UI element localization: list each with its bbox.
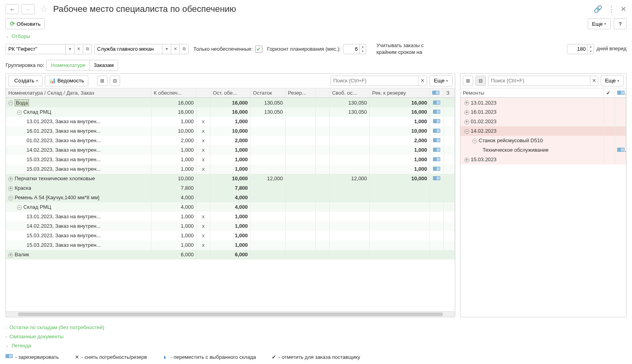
filters-toggle[interactable]: ⌄ Отборы [0, 32, 632, 41]
table-row[interactable]: +Валик 6,000 6,000 [6, 250, 455, 259]
close-icon[interactable]: ✕ [621, 5, 626, 13]
table-row[interactable]: +01.02.2023 [460, 117, 626, 126]
dept-combo[interactable]: ▾ ✕ ⧉ [94, 44, 189, 54]
dept-input[interactable] [95, 44, 162, 54]
plus-icon[interactable]: + [464, 158, 469, 162]
table-row[interactable]: Техническое обслуживание [460, 145, 626, 155]
horizontal-scrollbar[interactable] [6, 311, 455, 317]
table-row[interactable]: 13.01.2023, Заказ на внутрен... 1,000 x … [6, 117, 455, 126]
collapse-all-icon[interactable]: ⊟ [475, 76, 486, 86]
clear-search-icon[interactable]: ✕ [418, 76, 427, 86]
search-input[interactable] [331, 76, 418, 86]
left-more-button[interactable]: Еще [430, 75, 453, 86]
table-row[interactable]: −14.02.2023 [460, 126, 626, 136]
page-title: Рабочее место специалиста по обеспечению [53, 4, 591, 14]
repairs-table[interactable]: Ремонты ✔ +13.01.2023 +16.01.2023 +01.02… [460, 88, 626, 164]
table-row[interactable]: +Перчатки технические хлопковые 10,000 1… [6, 174, 455, 183]
plus-icon[interactable]: + [8, 253, 13, 257]
horizon-input[interactable] [344, 44, 359, 54]
dropdown-icon[interactable]: ▾ [162, 44, 171, 54]
table-row[interactable]: −Станок рейсмусовый D510 [460, 136, 626, 145]
minus-icon[interactable]: − [472, 139, 477, 143]
table-row[interactable]: +Краска 7,800 7,800 [6, 183, 455, 193]
menu-icon[interactable]: ⋮ [608, 5, 615, 13]
stock-section-toggle[interactable]: › Остатки по складам (без потребностей) [6, 323, 626, 332]
left-panel: Создать 📊 Ведомость ⊞ ⊟ ✕ Еще [6, 73, 455, 317]
more-button[interactable]: Еще [588, 18, 611, 29]
table-row[interactable]: −Ремень A 54 [Каучук,1400 мм*8 мм] 4,000… [6, 193, 455, 202]
docs-section-toggle[interactable]: › Связанные документы [6, 332, 626, 341]
spin-up-icon[interactable]: ▲ [588, 44, 594, 49]
table-row[interactable]: 01.02.2023, Заказ на внутрен... 2,000 x … [6, 136, 455, 145]
days-spinner[interactable]: ▲▼ [567, 44, 594, 54]
plus-icon[interactable]: + [464, 120, 469, 124]
refresh-button[interactable]: ⟳ Обновить [6, 18, 45, 29]
minus-icon[interactable]: − [17, 110, 22, 115]
table-row[interactable]: −Склад РМЦ 4,000 4,000 [6, 202, 455, 212]
expand-all-icon[interactable]: ⊞ [97, 76, 107, 86]
group-segment[interactable]: Номенклатуре Заказам [46, 60, 118, 71]
table-row[interactable]: 15.03.2023, Заказ на внутрен... 1,000 x … [6, 240, 455, 250]
plus-icon[interactable]: + [8, 177, 13, 181]
horizon-spinner[interactable]: ▲▼ [343, 44, 366, 54]
spin-down-icon[interactable]: ▼ [588, 49, 594, 54]
table-row[interactable]: +16.01.2023 [460, 107, 626, 117]
group-by-orders[interactable]: Заказам [90, 60, 118, 71]
table-row[interactable]: 14.02.2023, Заказ на внутрен... 1,000 x … [6, 221, 455, 231]
spin-down-icon[interactable]: ▼ [360, 49, 366, 54]
move-icon: ⏵ [163, 354, 168, 360]
clear-icon[interactable]: ✕ [171, 44, 179, 54]
collapse-all-icon[interactable]: ⊟ [110, 76, 120, 86]
refresh-icon: ⟳ [10, 20, 15, 27]
company-input[interactable] [6, 44, 65, 54]
table-row[interactable]: 15.03.2023, Заказ на внутрен... 1,000 x … [6, 155, 455, 164]
plus-icon[interactable]: + [464, 110, 469, 115]
days-input[interactable] [567, 44, 587, 54]
table-row[interactable]: −Вода 16,000 16,000 130,050 130,050 16,0… [6, 98, 455, 107]
expand-all-icon[interactable]: ⊞ [463, 76, 473, 86]
plus-icon[interactable]: + [464, 101, 469, 105]
table-row[interactable]: 16.01.2023, Заказ на внутрен... 10,000 x… [6, 126, 455, 136]
minus-icon[interactable]: − [17, 205, 22, 210]
table-row[interactable]: −Склад РМЦ 16,000 16,000 130,050 130,050… [6, 107, 455, 117]
search-input[interactable] [489, 76, 590, 86]
right-more-button[interactable]: Еще [601, 75, 624, 86]
link-icon[interactable]: 🔗 [594, 5, 602, 13]
reserve-icon [6, 354, 13, 358]
back-button[interactable]: ← [6, 4, 19, 14]
company-combo[interactable]: ▾ ✕ ⧉ [6, 44, 92, 54]
create-button[interactable]: Создать [8, 75, 42, 86]
minus-icon[interactable]: − [8, 101, 13, 105]
help-button[interactable]: ? [614, 18, 626, 29]
spin-up-icon[interactable]: ▲ [360, 44, 366, 49]
horizon-label: Горизонт планирования (мес.): [267, 46, 341, 52]
left-search[interactable]: ✕ [330, 76, 427, 86]
open-icon[interactable]: ⧉ [83, 44, 92, 54]
minus-icon[interactable]: − [464, 129, 469, 134]
favorite-icon[interactable]: ☆ [39, 4, 49, 14]
chevron-right-icon: › [6, 334, 7, 339]
table-row[interactable]: 14.02.2023, Заказ на внутрен... 1,000 x … [6, 145, 455, 155]
legend-section-toggle[interactable]: ⌄ Легенда [6, 341, 626, 350]
titlebar: ← → ☆ Рабочее место специалиста по обесп… [0, 0, 632, 16]
dropdown-icon[interactable]: ▾ [65, 44, 74, 54]
table-row[interactable]: 15.03.2023, Заказ на внутрен... 1,000 x … [6, 231, 455, 240]
minus-icon[interactable]: − [8, 196, 13, 200]
forward-button[interactable]: → [21, 4, 35, 14]
table-row[interactable]: +15.03.2023 [460, 155, 626, 164]
clear-search-icon[interactable]: ✕ [590, 76, 598, 86]
reserve-icon [617, 91, 624, 95]
legend: - зарезервировать ✕- снять потребность/р… [0, 353, 632, 364]
group-by-nomenclature[interactable]: Номенклатуре [47, 60, 89, 71]
only-unprovided-checkbox[interactable]: ✔ [255, 46, 262, 53]
table-row[interactable]: 15.03.2023, Заказ на внутрен... 1,000 x … [6, 164, 455, 174]
reserve-icon [432, 91, 439, 95]
open-icon[interactable]: ⧉ [179, 44, 188, 54]
table-row[interactable]: +13.01.2023 [460, 98, 626, 107]
right-search[interactable]: ✕ [488, 76, 598, 86]
report-button[interactable]: 📊 Ведомость [45, 75, 89, 86]
table-row[interactable]: 13.01.2023, Заказ на внутрен... 1,000 x … [6, 212, 455, 221]
main-table[interactable]: Номенклатура / Склад / Дата, Заказ К обе… [6, 88, 455, 259]
clear-icon[interactable]: ✕ [74, 44, 83, 54]
plus-icon[interactable]: + [8, 186, 13, 191]
